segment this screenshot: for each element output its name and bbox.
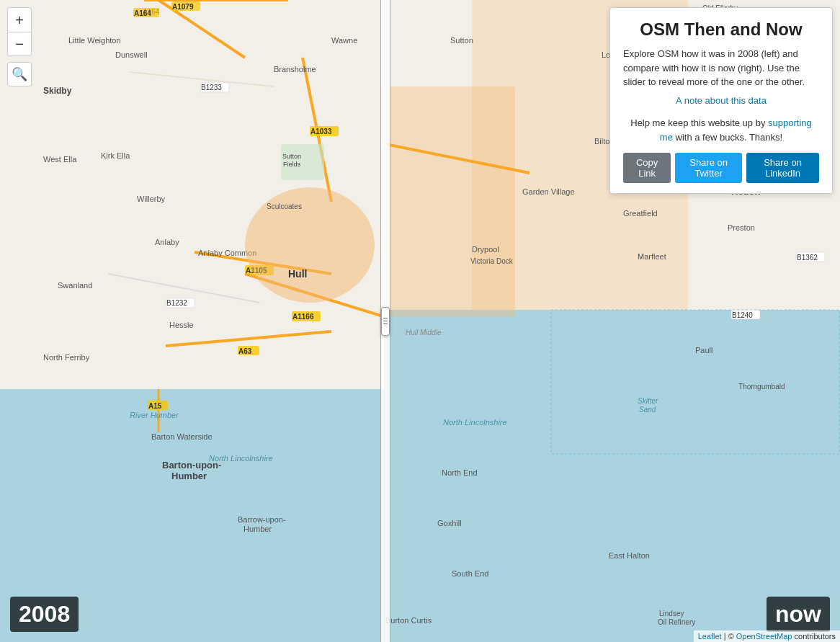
panel-description: Explore OSM how it was in 2008 (left) an… — [623, 47, 819, 89]
svg-text:Drypool: Drypool — [472, 245, 499, 254]
svg-text:Hessle: Hessle — [169, 321, 194, 329]
search-button[interactable]: 🔍 — [7, 62, 32, 86]
search-icon: 🔍 — [12, 66, 27, 82]
svg-text:Barrow-upon-: Barrow-upon- — [238, 515, 286, 524]
svg-text:Marfleet: Marfleet — [638, 252, 666, 261]
svg-text:Paull: Paull — [695, 346, 712, 355]
year-label-right: now — [767, 597, 830, 632]
svg-text:East Halton: East Halton — [609, 551, 650, 560]
svg-text:North Lincolnshire: North Lincolnshire — [443, 418, 507, 427]
svg-text:Oil Refinery: Oil Refinery — [658, 618, 695, 626]
osm-link[interactable]: OpenStreetMap — [736, 632, 792, 641]
divider-handle[interactable] — [381, 307, 390, 336]
svg-text:A1166: A1166 — [292, 313, 314, 321]
svg-text:Hull Middle: Hull Middle — [406, 329, 442, 336]
handle-line-2 — [383, 321, 388, 321]
svg-text:South End: South End — [452, 569, 488, 578]
svg-text:Dunswell: Dunswell — [115, 50, 148, 59]
svg-text:Goxhill: Goxhill — [437, 519, 462, 527]
svg-text:Anlaby: Anlaby — [155, 238, 179, 246]
zoom-out-button[interactable]: − — [7, 32, 32, 56]
svg-text:North End: North End — [442, 468, 478, 477]
share-twitter-button[interactable]: Share on Twitter — [675, 153, 742, 183]
svg-text:Humber: Humber — [243, 525, 272, 533]
svg-text:Willerby: Willerby — [137, 195, 166, 203]
svg-text:Sand: Sand — [639, 406, 656, 414]
svg-text:B1362: B1362 — [797, 254, 818, 262]
copy-link-button[interactable]: Copy Link — [623, 153, 671, 183]
svg-text:Lindsey: Lindsey — [659, 610, 684, 618]
svg-text:Garden Village: Garden Village — [522, 187, 575, 196]
share-linkedin-button[interactable]: Share on LinkedIn — [746, 153, 819, 183]
svg-text:Kirk Ella: Kirk Ella — [101, 151, 130, 160]
svg-text:Hull: Hull — [288, 268, 307, 280]
zoom-in-button[interactable]: + — [7, 7, 32, 32]
note-link[interactable]: A note about this data — [676, 95, 767, 106]
svg-text:North Ferriby: North Ferriby — [43, 353, 90, 362]
svg-text:A164: A164 — [134, 9, 151, 17]
panel-title: OSM Then and Now — [623, 19, 819, 40]
svg-text:Swanland: Swanland — [58, 281, 92, 290]
button-row: Copy Link Share on Twitter Share on Link… — [623, 153, 819, 183]
svg-text:Barton Waterside: Barton Waterside — [151, 432, 213, 441]
svg-text:River Humber: River Humber — [130, 411, 179, 419]
panel-note: A note about this data — [623, 94, 819, 108]
svg-text:West Ella: West Ella — [43, 155, 77, 164]
svg-text:A63: A63 — [238, 347, 252, 355]
svg-text:A1033: A1033 — [310, 128, 332, 135]
leaflet-link[interactable]: Leaflet — [698, 632, 722, 641]
svg-text:B1232: B1232 — [166, 299, 187, 307]
map-left-panel: A164 A164 A1079 B1233 A1033 A1105 A1166 — [0, 0, 385, 642]
svg-text:Victoria Dock: Victoria Dock — [470, 257, 514, 265]
svg-text:Wawne: Wawne — [331, 36, 357, 45]
handle-line-3 — [383, 324, 388, 324]
svg-text:Little Weighton: Little Weighton — [68, 36, 121, 45]
svg-text:Sculcoates: Sculcoates — [267, 202, 302, 210]
svg-text:B1233: B1233 — [201, 84, 222, 92]
svg-text:Sutton: Sutton — [282, 153, 301, 160]
svg-text:Skidby: Skidby — [43, 86, 72, 96]
svg-text:Bransholme: Bransholme — [274, 65, 316, 73]
svg-point-48 — [245, 187, 375, 303]
panel-help-text: Help me keep this website up by supporti… — [623, 116, 819, 144]
year-label-left: 2008 — [10, 597, 79, 632]
svg-text:Humber: Humber — [171, 471, 207, 481]
svg-text:B1240: B1240 — [732, 311, 753, 319]
map-container: A164 A164 A1079 B1233 A1033 A1105 A1166 — [0, 0, 840, 642]
handle-line-1 — [383, 318, 388, 318]
map-attribution: Leaflet | © OpenStreetMap contributors — [694, 630, 840, 642]
svg-text:Preston: Preston — [728, 223, 755, 232]
svg-text:Greatfield: Greatfield — [623, 209, 658, 218]
svg-text:Burton Curtis: Burton Curtis — [385, 616, 432, 625]
svg-text:Fields: Fields — [283, 161, 301, 168]
svg-text:A15: A15 — [148, 402, 162, 410]
svg-text:Sutton: Sutton — [450, 36, 473, 45]
svg-text:North Lincolnshire: North Lincolnshire — [209, 454, 273, 463]
svg-text:Thorngumbald: Thorngumbald — [738, 383, 785, 391]
svg-text:A1079: A1079 — [172, 3, 194, 11]
map-divider[interactable] — [380, 0, 390, 642]
svg-text:Skitter: Skitter — [638, 397, 658, 405]
zoom-controls: + − — [7, 7, 32, 56]
info-panel: OSM Then and Now Explore OSM how it was … — [609, 7, 833, 194]
